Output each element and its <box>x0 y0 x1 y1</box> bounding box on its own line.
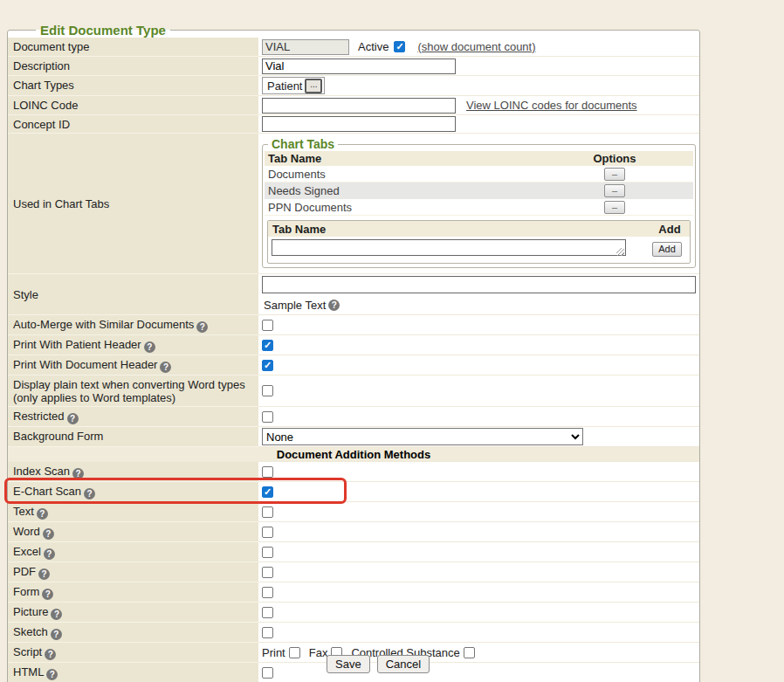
e-chart-scan-label: E-Chart Scan <box>13 485 81 498</box>
help-icon[interactable] <box>144 341 155 353</box>
row-excel: Excel <box>8 542 699 562</box>
remove-tab-button[interactable]: – <box>604 168 625 181</box>
row-chart-types: Chart Types Patient ... <box>8 76 699 96</box>
row-index-scan: Index Scan <box>8 462 699 482</box>
document-type-input[interactable] <box>262 39 349 55</box>
restricted-checkbox[interactable] <box>262 411 273 423</box>
row-background-form: Background Form None <box>8 427 699 447</box>
help-icon[interactable] <box>51 629 62 640</box>
tab-name-cell: PPN Documents <box>265 201 536 214</box>
concept-id-label: Concept ID <box>8 115 258 134</box>
form-checkbox[interactable] <box>262 587 273 598</box>
script-controlled-substance-checkbox[interactable] <box>464 647 475 658</box>
form-actions: Save Cancel <box>327 655 430 673</box>
html-checkbox[interactable] <box>262 667 273 679</box>
tab-name-cell: Documents <box>265 168 536 181</box>
help-icon[interactable] <box>72 468 84 479</box>
row-description: Description <box>8 57 699 76</box>
word-label: Word <box>13 525 40 538</box>
display-plain-text-label: Display plain text when converting Word … <box>8 375 258 407</box>
auto-merge-checkbox[interactable] <box>262 320 273 331</box>
options-column-header: Options <box>536 152 693 165</box>
chart-types-label: Chart Types <box>8 76 258 96</box>
cancel-button[interactable]: Cancel <box>377 655 430 673</box>
help-icon[interactable] <box>44 548 55 560</box>
active-label: Active <box>358 40 389 53</box>
style-input[interactable] <box>262 276 696 293</box>
loinc-code-input[interactable] <box>262 98 456 114</box>
table-row: Documents – <box>265 166 693 183</box>
remove-tab-button[interactable]: – <box>604 184 625 197</box>
description-input[interactable] <box>262 59 456 74</box>
help-icon[interactable] <box>46 669 58 680</box>
show-document-count-link[interactable]: (show document count) <box>417 40 535 53</box>
text-checkbox[interactable] <box>262 506 273 518</box>
table-row: PPN Documents – <box>265 199 693 216</box>
word-checkbox[interactable] <box>262 527 273 538</box>
row-pdf: PDF <box>8 562 699 582</box>
background-form-select[interactable]: None <box>262 428 583 445</box>
form-label: Form <box>13 585 39 598</box>
tab-name-column-header: Tab Name <box>265 152 536 165</box>
print-patient-header-checkbox[interactable] <box>262 340 273 351</box>
row-picture: Picture <box>8 603 699 623</box>
help-icon[interactable] <box>42 589 53 600</box>
sketch-label: Sketch <box>13 625 48 638</box>
restricted-label: Restricted <box>13 410 65 423</box>
save-button[interactable]: Save <box>327 655 370 673</box>
used-in-chart-tabs-label: Used in Chart Tabs <box>8 134 258 274</box>
tab-name-cell: Needs Signed <box>265 184 536 197</box>
add-tab-panel: Tab Name Add Add <box>267 220 691 264</box>
excel-label: Excel <box>13 545 41 558</box>
help-icon[interactable] <box>67 413 79 424</box>
edit-document-type-fieldset: Edit Document Type Document type Active … <box>7 23 700 682</box>
row-document-type: Document type Active (show document coun… <box>8 38 699 57</box>
pdf-checkbox[interactable] <box>262 567 273 578</box>
script-fax-label: Fax <box>309 646 328 659</box>
help-icon[interactable] <box>84 488 95 499</box>
chart-types-value-box: Patient ... <box>262 77 325 94</box>
row-text: Text <box>8 502 699 522</box>
concept-id-input[interactable] <box>262 116 456 132</box>
add-tab-button[interactable]: Add <box>652 242 682 257</box>
background-form-label: Background Form <box>8 427 258 447</box>
script-print-checkbox[interactable] <box>289 647 300 658</box>
new-tab-name-input[interactable] <box>272 239 626 256</box>
sample-text-label: Sample Text <box>264 299 326 312</box>
row-display-plain-text: Display plain text when converting Word … <box>8 375 699 407</box>
chart-tabs-table: Tab Name Options Documents – Needs Signe… <box>265 151 693 216</box>
print-patient-header-label: Print With Patient Header <box>13 338 141 351</box>
print-document-header-checkbox[interactable] <box>262 360 273 371</box>
chart-types-browse-button[interactable]: ... <box>305 79 322 93</box>
chart-types-value: Patient <box>267 79 302 93</box>
remove-tab-button[interactable]: – <box>604 201 625 214</box>
index-scan-label: Index Scan <box>13 465 70 478</box>
help-icon[interactable] <box>196 321 208 333</box>
index-scan-checkbox[interactable] <box>262 466 273 478</box>
display-plain-text-checkbox[interactable] <box>262 385 273 396</box>
active-checkbox[interactable] <box>394 41 405 52</box>
help-icon[interactable] <box>328 300 340 311</box>
row-auto-merge: Auto-Merge with Similar Documents <box>8 315 699 335</box>
view-loinc-codes-link[interactable]: View LOINC codes for documents <box>466 99 637 112</box>
help-icon[interactable] <box>51 609 62 620</box>
row-word: Word <box>8 522 699 542</box>
help-icon[interactable] <box>43 528 54 540</box>
page: Edit Document Type Document type Active … <box>0 0 784 682</box>
help-icon[interactable] <box>38 568 50 580</box>
help-icon[interactable] <box>37 508 48 520</box>
sketch-checkbox[interactable] <box>262 627 273 638</box>
help-icon[interactable] <box>160 362 171 373</box>
picture-checkbox[interactable] <box>262 607 273 618</box>
e-chart-scan-checkbox[interactable] <box>262 486 273 498</box>
description-label: Description <box>8 57 258 76</box>
help-icon[interactable] <box>45 649 56 660</box>
row-form: Form <box>8 582 699 603</box>
chart-tabs-fieldset: Chart Tabs Tab Name Options Documents – … <box>262 137 696 268</box>
page-title: Edit Document Type <box>36 23 170 38</box>
row-sketch: Sketch <box>8 623 699 643</box>
add-column-header: Add <box>650 223 690 236</box>
row-style: Style Sample Text <box>8 274 699 315</box>
style-label: Style <box>8 274 258 315</box>
excel-checkbox[interactable] <box>262 547 273 558</box>
